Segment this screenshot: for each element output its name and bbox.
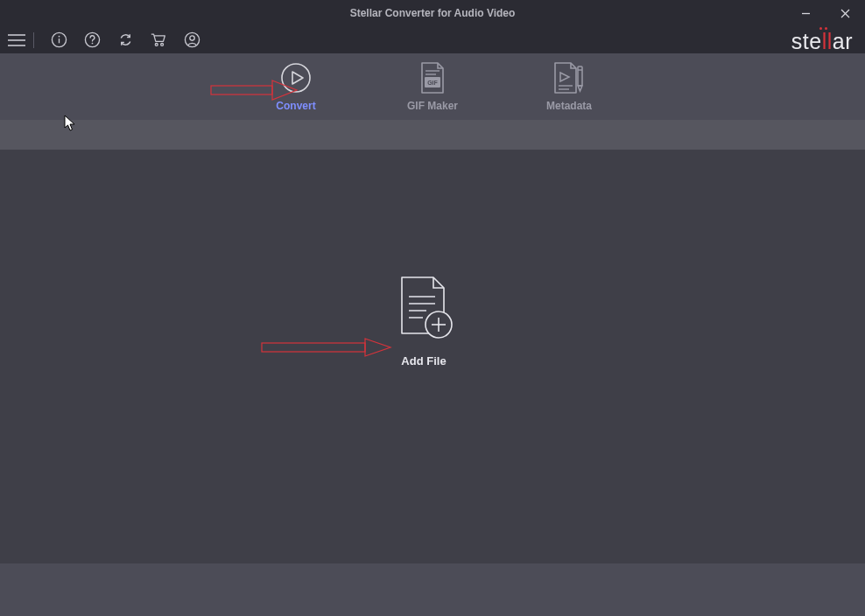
annotation-arrow-addfile: [261, 338, 392, 357]
svg-point-14: [189, 36, 193, 40]
titlebar: Stellar Converter for Audio Video: [0, 0, 865, 26]
info-icon[interactable]: [43, 27, 74, 53]
svg-marker-27: [578, 86, 582, 91]
close-button[interactable]: [826, 0, 865, 26]
brand-prefix: ste: [791, 29, 822, 53]
svg-text:GIF: GIF: [427, 80, 438, 86]
gif-icon: GIF: [417, 61, 448, 94]
svg-rect-36: [262, 343, 365, 352]
user-icon[interactable]: [176, 27, 207, 53]
tab-gifmaker-label: GIF Maker: [407, 100, 458, 112]
window-title: Stellar Converter for Audio Video: [350, 7, 516, 19]
refresh-icon[interactable]: [109, 27, 141, 53]
toolbar-divider: [33, 32, 34, 48]
svg-point-11: [155, 44, 158, 46]
add-file-button[interactable]: Add File: [393, 276, 454, 368]
svg-point-10: [91, 43, 93, 45]
tab-metadata-label: Metadata: [546, 100, 592, 112]
help-icon[interactable]: [76, 27, 108, 53]
svg-marker-16: [272, 80, 297, 100]
brand-suffix: ar: [833, 29, 853, 53]
content-area: Add File: [0, 150, 865, 564]
svg-point-7: [58, 36, 60, 38]
sub-toolbar: [0, 120, 865, 150]
tab-gifmaker[interactable]: GIF GIF Maker: [397, 61, 468, 112]
main-tabs: Convert GIF GIF Maker: [0, 53, 865, 120]
svg-point-13: [185, 32, 199, 46]
toolbar: stellar: [0, 26, 865, 53]
brand-logo: stellar: [791, 31, 853, 52]
window-controls: [786, 0, 865, 26]
toolbar-left: [7, 27, 207, 53]
annotation-arrow-convert: [210, 80, 298, 101]
add-file-label: Add File: [401, 354, 446, 368]
metadata-icon: [552, 61, 587, 94]
svg-rect-15: [211, 86, 272, 94]
tab-metadata[interactable]: Metadata: [534, 61, 604, 112]
menu-button[interactable]: [7, 31, 26, 50]
svg-point-12: [161, 44, 164, 46]
minimize-button[interactable]: [786, 0, 826, 26]
add-file-icon: [393, 276, 454, 342]
brand-accent: ll: [822, 29, 833, 53]
cart-icon[interactable]: [143, 27, 174, 53]
svg-marker-23: [560, 73, 569, 81]
svg-marker-37: [365, 339, 390, 356]
tab-convert-label: Convert: [276, 100, 315, 112]
bottom-bar: [0, 564, 865, 616]
